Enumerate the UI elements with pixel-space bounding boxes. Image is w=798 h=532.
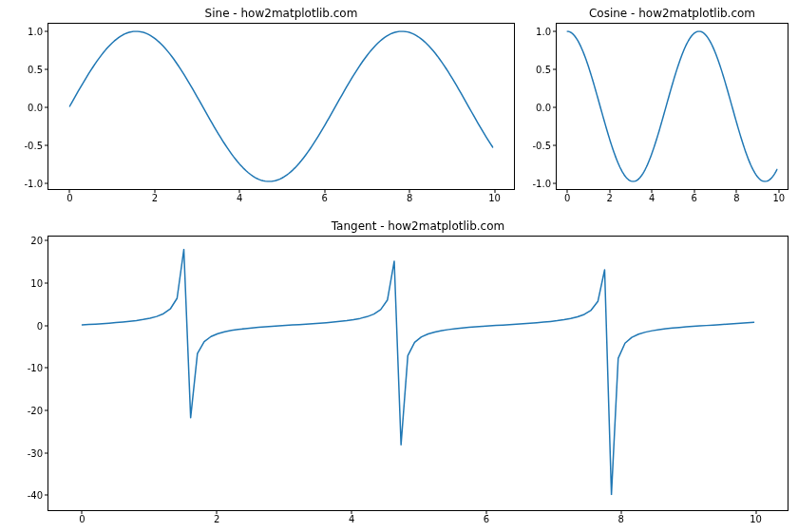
xtick-mark [409, 189, 410, 193]
xtick-mark [778, 189, 779, 193]
xtick-mark [755, 510, 756, 514]
ytick-mark [553, 107, 557, 108]
xtick-mark [69, 189, 70, 193]
ytick-mark [45, 452, 48, 453]
chart-title: Cosine - how2matplotlib.com [557, 7, 788, 20]
plot-area [48, 24, 514, 189]
xtick-mark [352, 510, 352, 514]
ytick-mark [45, 107, 48, 108]
ytick-mark [553, 145, 557, 146]
ytick-mark [45, 409, 48, 410]
line-cosine [567, 31, 777, 181]
ytick-mark [553, 69, 557, 70]
line-sine [69, 31, 492, 181]
ytick-mark [553, 183, 557, 184]
xtick-mark [567, 189, 568, 193]
xtick-mark [694, 189, 694, 193]
plot-area [557, 24, 788, 189]
xtick-mark [324, 189, 325, 193]
xtick-mark [485, 510, 486, 514]
chart-title: Sine - how2matplotlib.com [48, 7, 514, 20]
subplot-cosine: Cosine - how2matplotlib.com -1.0-0.50.00… [556, 23, 788, 190]
xtick-mark [217, 510, 218, 514]
xtick-mark [154, 189, 155, 193]
ytick-mark [45, 69, 48, 70]
xtick-mark [736, 189, 737, 193]
ytick-mark [45, 31, 48, 32]
ytick-mark [45, 495, 48, 496]
line-tangent [82, 250, 753, 495]
subplot-tangent: Tangent - how2matplotlib.com -40-30-20-1… [48, 236, 788, 511]
xtick-mark [82, 510, 83, 514]
ytick-mark [45, 145, 48, 146]
ytick-mark [45, 325, 48, 326]
ytick-mark [45, 283, 48, 284]
ytick-mark [45, 183, 48, 184]
chart-title: Tangent - how2matplotlib.com [48, 219, 788, 233]
plot-area [48, 237, 788, 510]
xtick-mark [620, 510, 621, 514]
xtick-mark [609, 189, 610, 193]
xtick-mark [239, 189, 240, 193]
figure: Sine - how2matplotlib.com -1.0-0.50.00.5… [0, 0, 798, 532]
xtick-mark [652, 189, 653, 193]
xtick-mark [494, 189, 495, 193]
ytick-mark [45, 368, 48, 369]
ytick-mark [553, 31, 557, 32]
ytick-mark [45, 240, 48, 241]
subplot-sine: Sine - how2matplotlib.com -1.0-0.50.00.5… [48, 23, 515, 190]
